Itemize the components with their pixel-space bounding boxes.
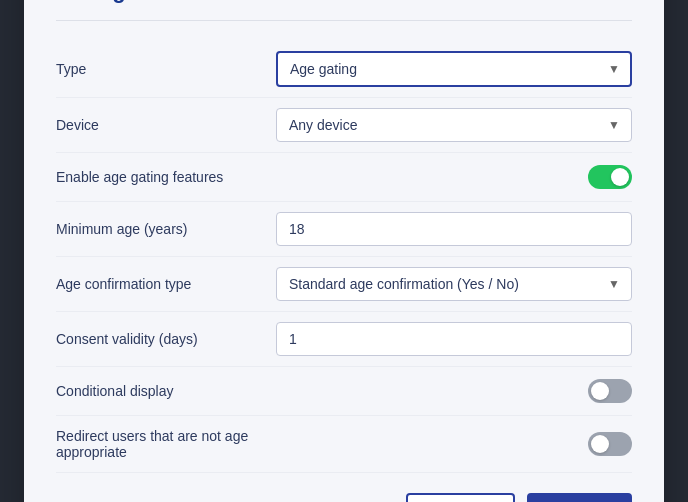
age-confirm-select[interactable]: Standard age confirmation (Yes / No) Dat…: [276, 267, 632, 301]
device-row: Device Any device Mobile Desktop ▼: [56, 98, 632, 153]
device-select-wrapper: Any device Mobile Desktop ▼: [276, 108, 632, 142]
modal-container: Configure United States × Type Age gatin…: [24, 0, 664, 502]
redirect-slider: [588, 432, 632, 456]
enable-label: Enable age gating features: [56, 169, 276, 185]
modal-overlay: Configure United States × Type Age gatin…: [0, 0, 688, 502]
age-confirm-select-wrapper: Standard age confirmation (Yes / No) Dat…: [276, 267, 632, 301]
redirect-label: Redirect users that are not age appropri…: [56, 428, 276, 460]
redirect-row: Redirect users that are not age appropri…: [56, 416, 632, 473]
close-button[interactable]: ×: [609, 0, 632, 2]
conditional-row: Conditional display: [56, 367, 632, 416]
modal-title: Configure United States: [56, 0, 307, 4]
min-age-input[interactable]: [276, 212, 632, 246]
device-control: Any device Mobile Desktop ▼: [276, 108, 632, 142]
redirect-toggle[interactable]: [588, 432, 632, 456]
device-label: Device: [56, 117, 276, 133]
device-select[interactable]: Any device Mobile Desktop: [276, 108, 632, 142]
conditional-slider: [588, 379, 632, 403]
conditional-label: Conditional display: [56, 383, 276, 399]
type-label: Type: [56, 61, 276, 77]
submit-button[interactable]: SUBMIT: [527, 493, 632, 502]
redirect-toggle-wrapper: [588, 432, 632, 456]
consent-label: Consent validity (days): [56, 331, 276, 347]
enable-row: Enable age gating features: [56, 153, 632, 202]
type-row: Type Age gating Content restriction ▼: [56, 41, 632, 98]
modal-footer: CANCEL SUBMIT: [56, 493, 632, 502]
min-age-row: Minimum age (years): [56, 202, 632, 257]
enable-toggle[interactable]: [588, 165, 632, 189]
enable-toggle-wrapper: [588, 165, 632, 189]
type-control: Age gating Content restriction ▼: [276, 51, 632, 87]
type-select[interactable]: Age gating Content restriction: [276, 51, 632, 87]
age-confirm-row: Age confirmation type Standard age confi…: [56, 257, 632, 312]
header-divider: [56, 20, 632, 21]
consent-row: Consent validity (days): [56, 312, 632, 367]
consent-control: [276, 322, 632, 356]
conditional-toggle-wrapper: [588, 379, 632, 403]
type-select-wrapper: Age gating Content restriction ▼: [276, 51, 632, 87]
modal-header: Configure United States ×: [56, 0, 632, 4]
enable-slider: [588, 165, 632, 189]
conditional-toggle[interactable]: [588, 379, 632, 403]
age-confirm-control: Standard age confirmation (Yes / No) Dat…: [276, 267, 632, 301]
age-confirm-label: Age confirmation type: [56, 276, 276, 292]
cancel-button[interactable]: CANCEL: [406, 493, 515, 502]
consent-input[interactable]: [276, 322, 632, 356]
min-age-label: Minimum age (years): [56, 221, 276, 237]
min-age-control: [276, 212, 632, 246]
